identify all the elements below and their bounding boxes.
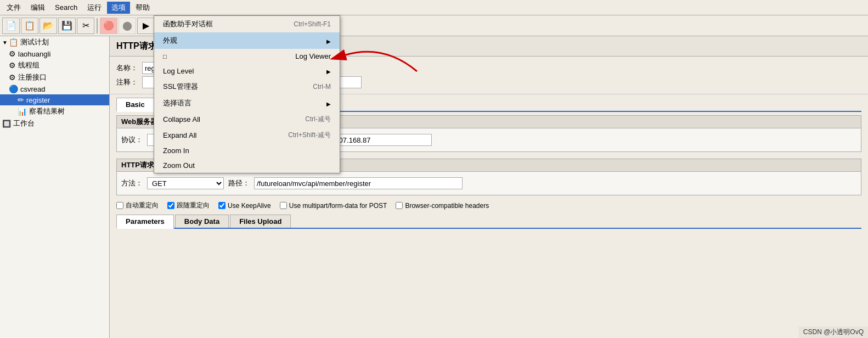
dropdown-appearance[interactable]: 外观 (154, 32, 340, 49)
options-dropdown-menu: 函数助手对话框 Ctrl+Shift-F1 外观 □ Log Viewer Lo… (154, 15, 340, 173)
sidebar-register-icon: ✏ (18, 95, 24, 104)
dropdown-appearance-label: 外观 (163, 36, 177, 46)
sidebar-laohuangli-label: laohuangli (18, 50, 50, 58)
method-label: 方法： (121, 178, 143, 188)
menubar-help[interactable]: 帮助 (131, 2, 154, 14)
sidebar-workbench-label: 工作台 (13, 119, 35, 128)
sidebar-register-api-label: 注册接口 (18, 72, 47, 82)
sidebar-register-api-icon: ⚙ (9, 73, 16, 82)
dropdown-zoom-in[interactable]: Zoom In (154, 143, 340, 158)
menubar: 文件 编辑 Search 运行 选项 帮助 函数助手对话框 Ctrl+Shift… (0, 0, 868, 15)
protocol-label: 协议： (121, 135, 143, 145)
sub-tab-parameters[interactable]: Parameters (116, 215, 174, 229)
sidebar-item-workbench[interactable]: 🔲 工作台 (0, 117, 109, 129)
dropdown-zoom-out-label: Zoom Out (163, 161, 195, 170)
sidebar-resultview-label: 察看结果树 (29, 106, 65, 116)
dropdown-log-viewer-checkbox: □ (163, 53, 172, 60)
menubar-run[interactable]: 运行 (83, 2, 106, 14)
http-panel-title: HTTP请求 (116, 41, 157, 52)
dropdown-func-helper-shortcut: Ctrl+Shift-F1 (294, 20, 331, 28)
checkbox-browser-headers[interactable]: Browser-compatible headers (396, 202, 489, 210)
browser-headers-checkbox[interactable] (396, 202, 403, 209)
http-request-content: 方法： GET POST PUT DELETE 路径： (117, 172, 861, 195)
dropdown-expand-all-shortcut: Ctrl+Shift-减号 (288, 131, 331, 140)
follow-redirect-checkbox[interactable] (167, 202, 174, 209)
sidebar-laohuangli-icon: ⚙ (9, 49, 16, 58)
sidebar-item-threadgroup[interactable]: ⚙ 线程组 (0, 59, 109, 71)
toolbar-new-btn[interactable]: 📄 (2, 18, 20, 34)
sidebar-workbench-icon: 🔲 (2, 120, 11, 128)
checkbox-follow-redirect[interactable]: 跟随重定向 (167, 201, 210, 210)
dropdown-ssl-manager[interactable]: SSL管理器 Ctrl-M (154, 78, 340, 95)
dropdown-log-level-arrow (326, 67, 331, 75)
sidebar-item-register-api[interactable]: ⚙ 注册接口 (0, 71, 109, 83)
dropdown-language[interactable]: 选择语言 (154, 95, 340, 111)
sub-tab-body-data[interactable]: Body Data (175, 215, 229, 228)
sidebar-item-register[interactable]: ✏ register (0, 94, 109, 105)
sidebar-item-laohuangli[interactable]: ⚙ laohuangli (0, 48, 109, 59)
sidebar-item-testplan[interactable]: ▼ 📋 测试计划 (0, 36, 109, 48)
menubar-options[interactable]: 选项 (107, 2, 130, 14)
toolbar-cut-btn[interactable]: ✂ (77, 18, 94, 34)
toolbar-open-btn[interactable]: 📂 (40, 18, 57, 34)
toolbar-btn6[interactable]: ⬤ (119, 18, 136, 34)
tab-basic[interactable]: Basic (116, 98, 154, 112)
dropdown-expand-all-label: Expand All (163, 131, 196, 139)
menubar-file[interactable]: 文件 (2, 2, 25, 14)
footer-bar: CSDN @小透明OvQ (799, 326, 868, 338)
follow-redirect-label: 跟随重定向 (177, 201, 210, 210)
toolbar-templates-btn[interactable]: 📋 (21, 18, 38, 34)
sidebar-csvread-label: csvread (20, 85, 46, 93)
sub-tabs-row: Parameters Body Data Files Upload (116, 215, 861, 229)
dropdown-log-viewer[interactable]: □ Log Viewer (154, 49, 340, 64)
menubar-edit[interactable]: 编辑 (26, 2, 49, 14)
auto-redirect-label: 自动重定向 (126, 201, 159, 210)
dropdown-zoom-in-label: Zoom In (163, 147, 189, 155)
auto-redirect-checkbox[interactable] (116, 202, 123, 209)
dropdown-collapse-all[interactable]: Collapse All Ctrl-减号 (154, 111, 340, 127)
browser-headers-label: Browser-compatible headers (405, 202, 489, 210)
dropdown-zoom-out[interactable]: Zoom Out (154, 158, 340, 173)
dropdown-ssl-manager-shortcut: Ctrl-M (313, 83, 331, 91)
method-row: 方法： GET POST PUT DELETE 路径： (121, 177, 856, 189)
path-input[interactable] (254, 177, 463, 189)
dropdown-log-viewer-label: Log Viewer (295, 52, 331, 60)
menubar-search[interactable]: Search (50, 2, 82, 13)
keepalive-checkbox[interactable] (218, 202, 226, 209)
keepalive-label: Use KeepAlive (228, 202, 271, 210)
sidebar-testplan-icon: 📋 (9, 38, 18, 47)
multipart-checkbox[interactable] (280, 202, 287, 209)
dropdown-log-level-label: Log Level (163, 67, 194, 75)
method-select[interactable]: GET POST PUT DELETE (147, 177, 224, 189)
main-layout: ▼ 📋 测试计划 ⚙ laohuangli ⚙ 线程组 ⚙ 注册接口 🔵 csv… (0, 36, 868, 338)
dropdown-language-label: 选择语言 (163, 98, 191, 108)
sidebar-testplan-label: 测试计划 (20, 37, 49, 47)
checkbox-keepalive[interactable]: Use KeepAlive (218, 202, 271, 210)
sidebar-threadgroup-icon: ⚙ (9, 61, 16, 70)
sub-tab-files-upload[interactable]: Files Upload (230, 215, 291, 228)
checkbox-auto-redirect[interactable]: 自动重定向 (116, 201, 159, 210)
dropdown-collapse-all-label: Collapse All (163, 115, 200, 123)
dropdown-collapse-all-shortcut: Ctrl-减号 (305, 115, 331, 124)
toolbar-save-btn[interactable]: 💾 (58, 18, 76, 34)
dropdown-ssl-manager-label: SSL管理器 (163, 82, 198, 92)
dropdown-log-level[interactable]: Log Level (154, 64, 340, 78)
sidebar-item-resultview[interactable]: 📊 察看结果树 (0, 105, 109, 117)
sidebar-register-label: register (26, 96, 50, 104)
sidebar: ▼ 📋 测试计划 ⚙ laohuangli ⚙ 线程组 ⚙ 注册接口 🔵 csv… (0, 36, 110, 338)
dropdown-func-helper[interactable]: 函数助手对话框 Ctrl+Shift-F1 (154, 16, 340, 32)
sidebar-item-csvread[interactable]: 🔵 csvread (0, 83, 109, 94)
sidebar-threadgroup-label: 线程组 (18, 60, 40, 70)
comment-label: 注释： (116, 77, 138, 87)
dropdown-expand-all[interactable]: Expand All Ctrl+Shift-减号 (154, 127, 340, 143)
toolbar-sep-1 (97, 18, 98, 33)
checkbox-multipart[interactable]: Use multipart/form-data for POST (280, 202, 387, 210)
sidebar-resultview-icon: 📊 (18, 107, 27, 116)
toolbar-btn5[interactable]: 🔴 (100, 18, 117, 34)
sidebar-testplan-arrow: ▼ (2, 40, 8, 46)
toolbar-run-btn[interactable]: ▶ (137, 18, 155, 34)
path-label: 路径： (228, 178, 250, 188)
name-label: 名称： (116, 63, 138, 73)
dropdown-func-helper-label: 函数助手对话框 (163, 19, 213, 29)
checkboxes-row: 自动重定向 跟随重定向 Use KeepAlive Use multipart/… (110, 199, 868, 212)
